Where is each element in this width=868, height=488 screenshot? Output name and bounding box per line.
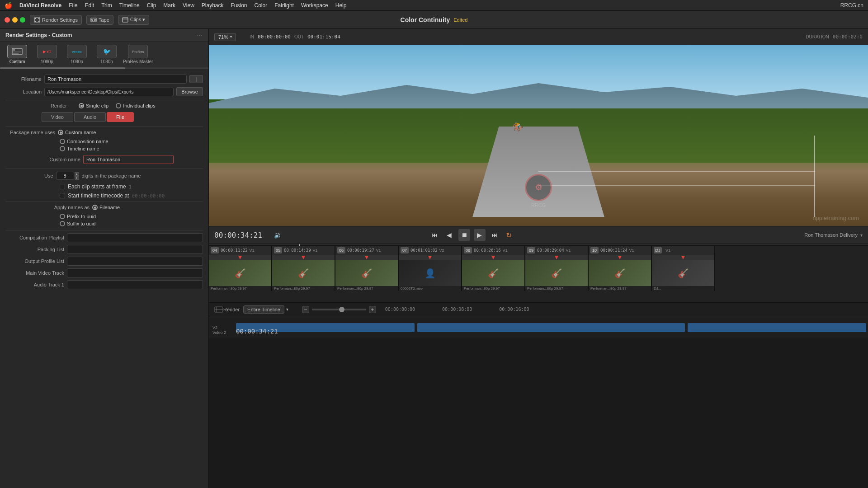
clip-06-track: V1: [376, 248, 381, 253]
suffix-option[interactable]: Suffix to uuid: [60, 221, 203, 226]
zoom-plus-btn[interactable]: +: [369, 306, 376, 313]
clips-btn[interactable]: Clips ▾: [118, 15, 150, 25]
menu-trim[interactable]: Trim: [101, 2, 112, 9]
audio-tab[interactable]: Audio: [74, 112, 106, 122]
prefix-label: Prefix to uuid: [67, 214, 96, 219]
each-clip-checkbox[interactable]: [60, 184, 65, 189]
preset-prores[interactable]: ProRes ProRes Master: [123, 45, 153, 64]
zoom-track[interactable]: [312, 309, 366, 310]
loop-btn[interactable]: ↻: [504, 230, 514, 240]
render-settings-panel-btn[interactable]: Render Settings: [30, 15, 82, 25]
file-tab[interactable]: File: [107, 112, 134, 122]
menu-file[interactable]: File: [69, 2, 77, 9]
app-title-bar: Color Continuity Edited: [401, 16, 468, 23]
custom-name-option[interactable]: Custom name: [58, 130, 96, 135]
single-clip-option[interactable]: Single clip: [79, 103, 108, 108]
individual-clips-radio[interactable]: [116, 103, 121, 108]
clip-05[interactable]: 05 00:00:14:29 V1 🎸 Performan...80p 29.9…: [272, 246, 335, 291]
filename-opt[interactable]: Filename: [92, 205, 120, 210]
prefix-radio[interactable]: [60, 214, 65, 219]
clip-07[interactable]: 07 00:01:01:02 V2 👤 00002T2.mov: [399, 246, 462, 291]
stepper-arrows[interactable]: ▲ ▼: [75, 172, 79, 180]
maximize-button[interactable]: [20, 17, 25, 23]
skip-to-start-btn[interactable]: ⏮: [429, 230, 440, 240]
tape-btn[interactable]: Tape: [86, 15, 113, 25]
render-select-wrapper[interactable]: Entire Timeline ▾: [243, 305, 288, 314]
clip-08[interactable]: 08 00:00:26:16 V1 🎸 Performan...80p 29.9…: [462, 246, 525, 291]
clip-04[interactable]: 04 00:00:11:22 V1 🎸 Performan...80p 29.9…: [209, 246, 272, 291]
menu-fairlight[interactable]: Fairlight: [274, 2, 294, 9]
video-toolbar: 71% ▾ IN 00:00:00:00 OUT 00:01:15:04 DUR…: [209, 29, 868, 45]
menu-davinci[interactable]: DaVinci Resolve: [19, 2, 61, 9]
browse-button[interactable]: Browse: [176, 87, 203, 96]
output-profile-input[interactable]: [67, 257, 203, 266]
location-input[interactable]: [44, 88, 174, 96]
start-tc-checkbox[interactable]: [60, 193, 65, 198]
suffix-radio[interactable]: [60, 221, 65, 226]
step-back-btn[interactable]: ◀: [444, 230, 455, 240]
timeline-radio[interactable]: [60, 146, 65, 151]
audio-track-input[interactable]: [67, 280, 203, 289]
menu-color[interactable]: Color: [255, 2, 268, 9]
composition-radio[interactable]: [60, 139, 65, 144]
apply-names-row: Apply names as Filename: [5, 205, 203, 210]
clip-06[interactable]: 06 00:00:19:27 V1 🎸 Performan...80p 29.9…: [335, 246, 399, 291]
clip-10-num: 10: [590, 247, 599, 253]
menu-clip[interactable]: Clip: [147, 2, 156, 9]
timeline-tc-16: 00:00:16:00: [499, 307, 529, 312]
render-select[interactable]: Entire Timeline: [243, 305, 284, 314]
zoom-minus-btn[interactable]: −: [302, 306, 309, 313]
packing-list-input[interactable]: [67, 245, 203, 254]
delivery-chevron[interactable]: ▾: [860, 233, 863, 238]
stepper-up[interactable]: ▲: [75, 172, 79, 176]
panel-menu-btn[interactable]: ···: [196, 32, 203, 39]
individual-clips-option[interactable]: Individual clips: [116, 103, 156, 108]
digits-stepper[interactable]: ▲ ▼: [56, 172, 79, 180]
clip-10[interactable]: 10 00:00:31:24 V1 🎸 Performan...80p 29.9…: [589, 246, 652, 291]
zoom-control[interactable]: 71% ▾: [214, 33, 236, 41]
main-video-row: Main Video Track: [5, 268, 203, 277]
preset-vimeo[interactable]: vimeo 1080p: [63, 45, 90, 64]
composition-playlist-input[interactable]: [67, 233, 203, 242]
custom-name-input[interactable]: [83, 155, 174, 164]
clip-08-header: 08 00:00:26:16 V1: [462, 246, 524, 255]
close-button[interactable]: [5, 17, 10, 23]
timeline-option[interactable]: Timeline name: [60, 146, 203, 151]
digits-input[interactable]: [56, 172, 74, 180]
menu-edit[interactable]: Edit: [85, 2, 94, 9]
prefix-option[interactable]: Prefix to uuid: [60, 214, 203, 219]
video-tab[interactable]: Video: [42, 112, 73, 122]
apple-menu[interactable]: 🍎: [5, 2, 12, 9]
render-select-chevron[interactable]: ▾: [286, 307, 288, 312]
volume-icon[interactable]: 🔉: [274, 231, 282, 239]
menu-mark[interactable]: Mark: [163, 2, 175, 9]
filename-picker-btn[interactable]: |: [189, 75, 203, 83]
play-btn[interactable]: ▶: [474, 229, 486, 241]
skip-to-end-btn[interactable]: ⏭: [489, 230, 500, 240]
menu-help[interactable]: Help: [335, 2, 347, 9]
single-clip-radio[interactable]: [79, 103, 84, 108]
minimize-button[interactable]: [12, 17, 18, 23]
render-settings-panel: Render Settings - Custom ··· Custom ▶ YT: [0, 29, 209, 488]
menu-timeline[interactable]: Timeline: [119, 2, 140, 9]
stop-btn[interactable]: ⏹: [458, 229, 470, 241]
menu-playback[interactable]: Playback: [202, 2, 224, 9]
clip-10-header: 10 00:00:31:24 V1: [589, 246, 651, 255]
clip-07-tc: 00:01:01:02: [410, 248, 438, 253]
filename-input[interactable]: [44, 75, 187, 84]
menu-view[interactable]: View: [183, 2, 194, 9]
filename-radio[interactable]: [92, 205, 98, 210]
menu-workspace[interactable]: Workspace: [301, 2, 328, 9]
stepper-down[interactable]: ▼: [75, 176, 79, 180]
zoom-thumb[interactable]: [339, 307, 344, 312]
clip-dj[interactable]: DJ V1 🎸 DJ...: [652, 246, 715, 291]
clip-09[interactable]: 09 00:00:29:04 V1 🎸 Performan...80p 29.9…: [525, 246, 589, 291]
preset-custom[interactable]: Custom: [4, 45, 31, 64]
preset-youtube[interactable]: ▶ YT 1080p: [33, 45, 61, 64]
clip-07-label: 00002T2.mov: [399, 286, 461, 291]
custom-name-radio[interactable]: [58, 130, 63, 135]
composition-option[interactable]: Composition name: [60, 139, 203, 144]
preset-twitter[interactable]: 🐦 1080p: [93, 45, 120, 64]
menu-fusion[interactable]: Fusion: [231, 2, 247, 9]
main-video-input[interactable]: [67, 268, 203, 277]
